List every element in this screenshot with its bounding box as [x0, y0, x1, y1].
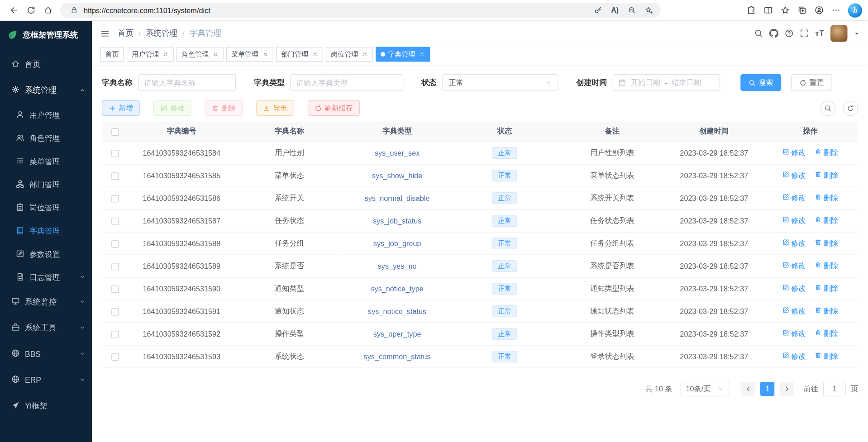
select-all-checkbox[interactable]	[111, 128, 119, 135]
close-icon[interactable]	[213, 52, 219, 57]
refresh-table-button[interactable]	[843, 100, 858, 116]
sidebar-item-dept-mgmt[interactable]: 部门管理	[0, 173, 92, 196]
end-date-placeholder[interactable]: 结束日期	[672, 77, 701, 88]
breadcrumb-item-system[interactable]: 系统管理	[146, 29, 177, 39]
close-icon[interactable]	[419, 52, 425, 57]
delete-button[interactable]: 删除	[205, 100, 243, 116]
fullscreen-icon[interactable]	[800, 29, 809, 38]
row-checkbox[interactable]	[111, 331, 119, 338]
row-checkbox[interactable]	[111, 150, 119, 157]
sidebar-item-user-mgmt[interactable]: 用户管理	[0, 104, 92, 127]
profile-avatar[interactable]	[811, 2, 828, 18]
sidebar-item-home[interactable]: 首页	[0, 52, 92, 78]
prev-page-button[interactable]	[741, 382, 755, 396]
tab-role-mgmt[interactable]: 角色管理	[176, 47, 224, 62]
sidebar-item-erp[interactable]: ERP	[0, 367, 92, 393]
row-delete-link[interactable]: 删除	[815, 215, 838, 226]
sidebar-item-menu-mgmt[interactable]: 菜单管理	[0, 150, 92, 173]
collections-icon[interactable]	[794, 2, 811, 18]
url-text[interactable]: https://ccnetcore.com:1101/system/dict	[84, 6, 588, 14]
sidebar-item-system-mgmt[interactable]: 系统管理	[0, 77, 92, 104]
favorite-add-icon[interactable]	[642, 6, 657, 14]
row-checkbox[interactable]	[111, 218, 119, 225]
close-icon[interactable]	[262, 52, 268, 57]
row-edit-link[interactable]: 修改	[782, 147, 806, 158]
reload-icon[interactable]	[23, 2, 40, 18]
export-button[interactable]: 导出	[256, 100, 294, 116]
sidebar-item-yi-framework[interactable]: Yi框架	[0, 393, 92, 419]
copilot-icon[interactable]: b	[848, 3, 862, 17]
row-delete-link[interactable]: 删除	[815, 283, 838, 294]
search-icon[interactable]	[754, 29, 763, 38]
row-delete-link[interactable]: 删除	[815, 238, 838, 248]
dict-type-link[interactable]: sys_show_hide	[372, 171, 422, 180]
tab-dict-mgmt[interactable]: 字典管理	[376, 47, 430, 62]
reset-button[interactable]: 重置	[792, 74, 832, 91]
dict-type-link[interactable]: sys_job_group	[373, 239, 421, 247]
page-number-current[interactable]: 1	[760, 382, 774, 396]
row-edit-link[interactable]: 修改	[782, 170, 806, 181]
row-delete-link[interactable]: 删除	[815, 193, 838, 203]
start-date-placeholder[interactable]: 开始日期	[631, 77, 660, 88]
sidebar-item-post-mgmt[interactable]: 岗位管理	[0, 196, 92, 219]
row-checkbox[interactable]	[111, 195, 119, 202]
browser-home-icon[interactable]	[40, 2, 57, 18]
dict-type-link[interactable]: sys_notice_status	[368, 307, 426, 315]
dict-type-link[interactable]: sys_job_status	[373, 216, 422, 225]
dict-type-link[interactable]: sys_yes_no	[378, 261, 417, 270]
menu-fold-icon[interactable]	[100, 29, 110, 38]
row-delete-link[interactable]: 删除	[815, 351, 838, 361]
dict-type-link[interactable]: sys_user_sex	[375, 148, 420, 157]
show-search-button[interactable]	[820, 100, 836, 116]
row-checkbox[interactable]	[111, 308, 119, 315]
key-icon[interactable]	[591, 6, 606, 14]
split-screen-icon[interactable]	[760, 2, 777, 18]
sidebar-item-system-monitor[interactable]: 系统监控	[0, 289, 92, 315]
dict-type-link[interactable]: sys_common_status	[364, 352, 431, 361]
add-button[interactable]: 新增	[102, 100, 140, 116]
sidebar-item-system-tools[interactable]: 系统工具	[0, 315, 92, 341]
sidebar-item-role-mgmt[interactable]: 角色管理	[0, 127, 92, 150]
app-logo[interactable]: 意框架管理系统	[0, 21, 92, 49]
row-edit-link[interactable]: 修改	[782, 238, 806, 248]
dict-name-input[interactable]	[138, 74, 236, 91]
row-delete-link[interactable]: 删除	[815, 147, 838, 158]
tab-dept-mgmt[interactable]: 部门管理	[276, 47, 323, 62]
page-size-select[interactable]: 10条/页	[681, 381, 730, 396]
row-edit-link[interactable]: 修改	[782, 193, 806, 203]
favorites-icon[interactable]	[777, 2, 794, 18]
more-icon[interactable]	[828, 2, 845, 18]
status-select[interactable]: 正常	[443, 74, 558, 91]
row-edit-link[interactable]: 修改	[782, 328, 806, 339]
row-checkbox[interactable]	[111, 285, 119, 293]
row-checkbox[interactable]	[111, 240, 119, 247]
sidebar-item-param-settings[interactable]: 参数设置	[0, 242, 92, 266]
close-icon[interactable]	[362, 52, 368, 57]
sidebar-item-dict-mgmt[interactable]: 字典管理	[0, 219, 92, 242]
font-size-icon[interactable]: тT	[815, 29, 825, 38]
chevron-down-icon[interactable]	[854, 30, 860, 37]
row-delete-link[interactable]: 删除	[815, 261, 838, 271]
sidebar-item-bbs[interactable]: BBS	[0, 341, 92, 367]
dict-type-link[interactable]: sys_notice_type	[371, 284, 424, 293]
user-avatar[interactable]	[830, 25, 848, 42]
row-delete-link[interactable]: 删除	[815, 170, 838, 181]
address-bar[interactable]: https://ccnetcore.com:1101/system/dict A…	[60, 3, 661, 18]
close-icon[interactable]	[163, 52, 169, 57]
row-delete-link[interactable]: 删除	[815, 328, 838, 339]
tab-menu-mgmt[interactable]: 菜单管理	[226, 47, 273, 62]
refresh-cache-button[interactable]: 刷新缓存	[308, 100, 360, 116]
edit-button[interactable]: 修改	[153, 100, 191, 116]
extensions-icon[interactable]	[743, 2, 760, 18]
tab-home[interactable]: 首页	[100, 47, 124, 62]
row-edit-link[interactable]: 修改	[782, 215, 806, 226]
date-range-picker[interactable]: 开始日期 - 结束日期	[613, 74, 720, 91]
help-icon[interactable]	[785, 29, 794, 38]
row-edit-link[interactable]: 修改	[782, 351, 806, 361]
back-icon[interactable]	[6, 2, 23, 18]
sidebar-item-log-mgmt[interactable]: 日志管理	[0, 266, 92, 289]
row-checkbox[interactable]	[111, 353, 119, 361]
next-page-button[interactable]	[780, 382, 794, 396]
search-button[interactable]: 搜索	[740, 74, 781, 91]
row-edit-link[interactable]: 修改	[782, 283, 806, 294]
